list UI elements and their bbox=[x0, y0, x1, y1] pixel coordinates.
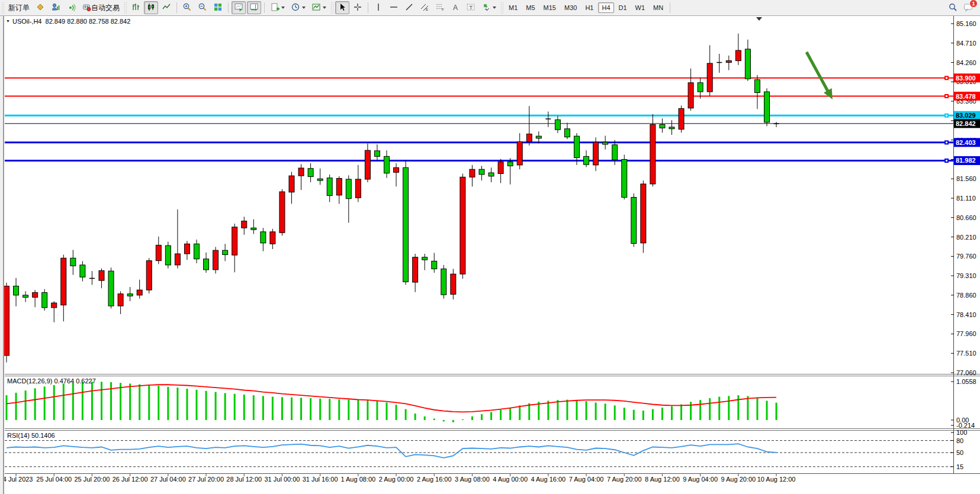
crosshair-tool-button[interactable] bbox=[351, 1, 365, 14]
chevron-down-icon bbox=[323, 7, 326, 9]
auto-scroll-icon bbox=[234, 2, 243, 14]
indicators-button[interactable] bbox=[309, 1, 329, 14]
notification-badge: 1 bbox=[969, 0, 978, 8]
tf-m15-button[interactable]: M15 bbox=[540, 2, 560, 13]
timeframe-toolbar: M1M5M15M30H1H4D1W1MN bbox=[505, 2, 667, 13]
toolbar-right-group: 1 bbox=[945, 1, 976, 14]
toolbar-separator bbox=[264, 2, 265, 13]
tile-windows-button[interactable] bbox=[211, 1, 225, 14]
tf-m30-button[interactable]: M30 bbox=[561, 2, 580, 13]
trendline-icon bbox=[404, 2, 414, 14]
fibonacci-tool-button[interactable]: F bbox=[433, 1, 447, 14]
signal-button[interactable] bbox=[64, 1, 78, 14]
bar-chart-icon bbox=[131, 2, 140, 14]
svg-text:F: F bbox=[442, 8, 444, 11]
vline-tool-button[interactable] bbox=[371, 1, 385, 14]
svg-text:T: T bbox=[470, 4, 473, 10]
tf-d1-button[interactable]: D1 bbox=[615, 2, 631, 13]
line-chart-mode-button[interactable] bbox=[159, 1, 173, 14]
period-button[interactable] bbox=[288, 1, 308, 14]
profile-icon bbox=[36, 2, 45, 14]
tf-h4-button[interactable]: H4 bbox=[598, 2, 613, 13]
notifications-button[interactable]: 1 bbox=[961, 1, 976, 14]
auto-trading-button[interactable]: 自动交易 bbox=[79, 1, 122, 14]
tile-windows-icon bbox=[213, 2, 223, 14]
fibonacci-icon: F bbox=[435, 2, 445, 14]
window-left-edge bbox=[0, 15, 4, 494]
auto-scroll-button[interactable] bbox=[232, 1, 246, 14]
zoom-out-button[interactable] bbox=[195, 1, 210, 14]
text-icon: A bbox=[451, 2, 460, 14]
rsi-indicator-label: RSI(14) 50.1406 bbox=[7, 432, 55, 439]
hline-tool-button[interactable] bbox=[387, 1, 401, 14]
label-tool-button[interactable]: T bbox=[464, 1, 478, 14]
vertical-line-icon bbox=[374, 2, 383, 14]
signal-icon bbox=[66, 2, 76, 14]
text-tool-button[interactable]: A bbox=[448, 1, 462, 14]
toolbar-grip[interactable] bbox=[330, 2, 333, 14]
person-chart-icon bbox=[51, 2, 60, 14]
zoom-out-icon bbox=[198, 2, 207, 14]
chart-shift-icon bbox=[249, 2, 259, 14]
new-chart-button[interactable] bbox=[268, 1, 287, 14]
macd-indicator-label: MACD(12,26,9) 0.4764 0.6227 bbox=[7, 377, 96, 385]
new-order-label: 新订单 bbox=[8, 3, 30, 13]
cursor-tool-button[interactable] bbox=[335, 1, 349, 14]
robot-icon bbox=[82, 2, 91, 14]
toolbar-separator bbox=[176, 2, 177, 13]
mt4-window: { "toolbar": { "new_order_label": "新订单",… bbox=[0, 0, 980, 494]
candlestick-chart-icon bbox=[146, 2, 156, 14]
chart-window[interactable] bbox=[0, 15, 980, 494]
chart-symbol-period: USOil-,H4 bbox=[12, 18, 42, 25]
horizontal-line-icon bbox=[389, 2, 399, 14]
svg-text:A: A bbox=[453, 3, 458, 11]
chart-ohlc-values: 82.849 82.880 82.758 82.842 bbox=[46, 18, 131, 25]
toolbar-separator bbox=[228, 2, 229, 13]
toolbar-grip[interactable] bbox=[500, 2, 503, 14]
main-toolbar: 新订单 自动交易 E bbox=[0, 0, 980, 16]
candle-chart-mode-button[interactable] bbox=[144, 1, 158, 14]
tf-mn-button[interactable]: MN bbox=[650, 2, 667, 13]
arrow-objects-icon bbox=[481, 2, 491, 14]
chevron-down-icon bbox=[281, 7, 285, 9]
toolbar-grip[interactable] bbox=[1, 2, 4, 14]
cursor-icon bbox=[338, 2, 347, 14]
text-label-icon: T bbox=[466, 2, 475, 14]
line-chart-icon bbox=[162, 2, 171, 14]
market-watch-button[interactable] bbox=[49, 1, 63, 14]
toolbar-separator bbox=[368, 2, 368, 13]
toolbar-grip[interactable] bbox=[124, 2, 127, 14]
crosshair-icon bbox=[353, 2, 362, 14]
trendline-tool-button[interactable] bbox=[402, 1, 416, 14]
arrows-tool-button[interactable] bbox=[479, 1, 499, 14]
auto-trading-label: 自动交易 bbox=[91, 3, 120, 13]
tf-m5-button[interactable]: M5 bbox=[522, 2, 538, 13]
bar-chart-mode-button[interactable] bbox=[128, 1, 143, 14]
chart-shift-button[interactable] bbox=[247, 1, 261, 14]
tf-w1-button[interactable]: W1 bbox=[632, 2, 649, 13]
indicators-icon bbox=[311, 2, 321, 14]
tf-h1-button[interactable]: H1 bbox=[581, 2, 597, 13]
search-icon bbox=[948, 2, 957, 14]
zoom-in-button[interactable] bbox=[180, 1, 194, 14]
svg-text:E: E bbox=[426, 8, 428, 11]
new-order-button[interactable]: 新订单 bbox=[6, 1, 32, 14]
chevron-down-icon bbox=[302, 7, 306, 9]
channel-tool-button[interactable]: E bbox=[417, 1, 432, 14]
chart-title: ▼USOil-,H4 82.849 82.880 82.758 82.842 bbox=[6, 18, 130, 25]
zoom-in-icon bbox=[182, 2, 192, 14]
clock-icon bbox=[291, 2, 300, 14]
chevron-down-icon[interactable]: ▼ bbox=[6, 19, 10, 23]
toolbar-separator bbox=[670, 2, 670, 13]
new-chart-icon bbox=[270, 2, 279, 14]
tf-m1-button[interactable]: M1 bbox=[505, 2, 521, 13]
profile-button[interactable] bbox=[33, 1, 47, 14]
chevron-down-icon bbox=[493, 7, 496, 9]
equidistant-channel-icon: E bbox=[420, 2, 429, 14]
search-button[interactable] bbox=[946, 1, 960, 14]
